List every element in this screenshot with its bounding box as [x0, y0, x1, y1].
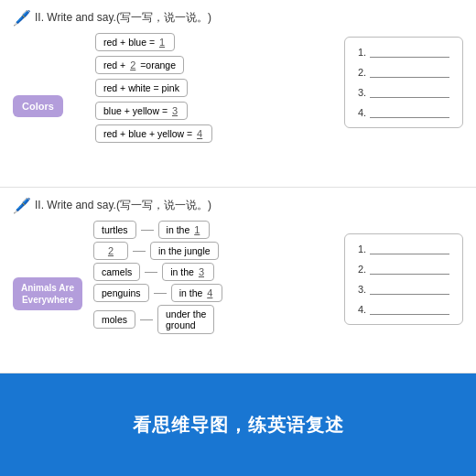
- animals-section: 🖊️ II. Write and say.(写一写，说一说。) Animals …: [0, 188, 476, 373]
- place-box-3: in the 3: [162, 263, 214, 281]
- animal-answer-line-row-3: 3.: [358, 284, 449, 295]
- colors-section: 🖊️ II. Write and say.(写一写，说一说。) Colors r…: [0, 0, 476, 188]
- pencil-icon: 🖊️: [13, 9, 29, 26]
- branch-row-3: red + white = pink: [95, 79, 337, 97]
- branch-box-2: red + 2 =orange: [95, 56, 184, 74]
- animal-answer-line-num-1: 1.: [358, 243, 366, 254]
- colors-answer-lines: 1. 2. 3. 4.: [344, 37, 463, 128]
- animal-answer-line-4: [370, 304, 449, 315]
- animal-answer-line-row-2: 2.: [358, 264, 449, 275]
- animal-answer-3: 3: [197, 266, 206, 277]
- animal-box-4: penguins: [93, 284, 149, 302]
- branch-box-3: red + white = pink: [95, 79, 188, 97]
- animal-answer-line-row-4: 4.: [358, 304, 449, 315]
- animals-center-label: Animals AreEverywhere: [13, 277, 82, 310]
- answer-line-3: [370, 87, 449, 98]
- place-box-4: in the 4: [171, 284, 223, 302]
- answer-3: 3: [170, 105, 179, 116]
- pencil-icon-2: 🖊️: [13, 197, 29, 213]
- answer-line-row-3: 3.: [358, 87, 449, 98]
- animal-box-5: moles: [93, 310, 135, 329]
- animal-answer-line-num-3: 3.: [358, 284, 366, 295]
- animal-row-5: moles under theground: [93, 305, 337, 334]
- section2-content: Animals AreEverywhere turtles in the 1 2…: [13, 221, 463, 367]
- branch-box-5: red + blue + yellow = 4: [95, 124, 212, 143]
- section1-header: 🖊️ II. Write and say.(写一写，说一说。): [13, 9, 463, 26]
- section1-content: Colors red + blue = 1 red + 2 =orange re…: [13, 33, 463, 179]
- answer-line-4: [370, 107, 449, 118]
- answer-line-row-1: 1.: [358, 47, 449, 58]
- colors-center-label: Colors: [13, 95, 63, 117]
- place-box-2: in the jungle: [150, 242, 219, 260]
- animals-mindmap: Animals AreEverywhere turtles in the 1 2…: [13, 221, 337, 367]
- section2-header: 🖊️ II. Write and say.(写一写，说一说。): [13, 197, 463, 213]
- connector-4: [154, 293, 167, 294]
- answer-line-row-4: 4.: [358, 107, 449, 118]
- branch-row-1: red + blue = 1: [95, 33, 337, 51]
- animal-answer-1: 1: [192, 224, 201, 235]
- colors-branches: red + blue = 1 red + 2 =orange red + whi…: [95, 33, 337, 143]
- animal-answer-line-3: [370, 284, 449, 295]
- animal-row-3: camels in the 3: [93, 263, 337, 281]
- answer-line-num-4: 4.: [358, 107, 366, 118]
- animal-answer-4: 4: [205, 287, 214, 298]
- place-box-1: in the 1: [158, 221, 211, 239]
- animal-answer-line-row-1: 1.: [358, 243, 449, 254]
- branch-row-5: red + blue + yellow = 4: [95, 124, 337, 143]
- section1-title: II. Write and say.(写一写，说一说。): [35, 10, 211, 26]
- animal-row-4: penguins in the 4: [93, 284, 337, 302]
- answer-1: 1: [157, 37, 167, 48]
- animals-answer-lines: 1. 2. 3. 4.: [344, 233, 463, 325]
- animal-row-1: turtles in the 1: [93, 221, 337, 239]
- answer-4: 4: [195, 128, 204, 139]
- bottom-banner: 看思维导图，练英语复述: [0, 373, 476, 476]
- animal-row-2: 2 in the jungle: [93, 242, 337, 260]
- answer-line-num-2: 2.: [358, 67, 366, 78]
- connector-3: [145, 272, 157, 273]
- animal-answer-line-num-4: 4.: [358, 304, 366, 315]
- section2-title: II. Write and say.(写一写，说一说。): [35, 198, 211, 213]
- page: 🖊️ II. Write and say.(写一写，说一说。) Colors r…: [0, 0, 476, 476]
- answer-line-num-3: 3.: [358, 87, 366, 98]
- answer-line-num-1: 1.: [358, 47, 366, 58]
- answer-2: 2: [128, 60, 137, 70]
- branch-row-4: blue + yellow = 3: [95, 102, 337, 120]
- answer-line-1: [370, 47, 449, 58]
- banner-text: 看思维导图，练英语复述: [133, 413, 344, 438]
- answer-line-2: [370, 67, 449, 78]
- animals-branches: turtles in the 1 2 in the jungle camels: [93, 221, 337, 334]
- animal-answer-line-2: [370, 264, 449, 275]
- branch-box-4: blue + yellow = 3: [95, 102, 188, 120]
- connector-1: [141, 230, 154, 231]
- animal-box-2: 2: [93, 242, 128, 260]
- animal-box-1: turtles: [93, 221, 136, 239]
- animal-box-3: camels: [93, 263, 140, 281]
- colors-mindmap: Colors red + blue = 1 red + 2 =orange re…: [13, 33, 337, 179]
- place-box-5: under theground: [157, 305, 214, 334]
- animal-answer-2: 2: [106, 245, 115, 256]
- animal-answer-line-1: [370, 243, 449, 254]
- branch-row-2: red + 2 =orange: [95, 56, 337, 74]
- branch-box-1: red + blue = 1: [95, 33, 175, 51]
- connector-5: [140, 319, 153, 320]
- answer-line-row-2: 2.: [358, 67, 449, 78]
- animal-answer-line-num-2: 2.: [358, 264, 366, 275]
- connector-2: [133, 251, 146, 252]
